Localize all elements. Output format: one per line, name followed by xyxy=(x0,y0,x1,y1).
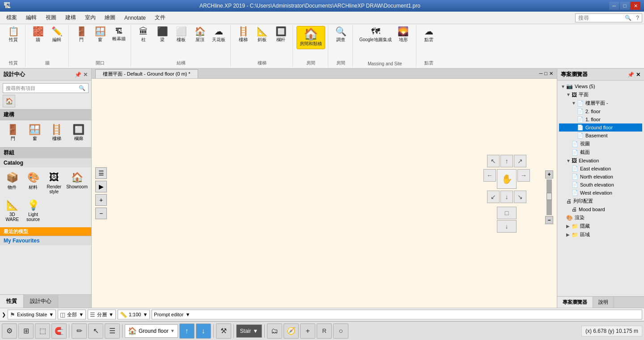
tab-properties[interactable]: 性質 xyxy=(0,295,24,308)
zoom-out-btn[interactable]: − xyxy=(95,208,107,219)
nav-up-right-btn[interactable]: ↗ xyxy=(514,155,526,167)
nav-extra2-btn[interactable]: ↓ xyxy=(497,220,517,233)
toolbar-google-btn[interactable]: 🗺 Google地圖集成 xyxy=(357,26,393,44)
snap-btn[interactable]: 🧲 xyxy=(51,323,67,339)
tree-print[interactable]: 🖨 列印配置 xyxy=(559,197,642,205)
expand-btn[interactable]: ▶ xyxy=(95,181,107,192)
tree-basement[interactable]: 📄 Basement xyxy=(559,132,642,140)
floor-dropdown[interactable]: 🏠 Ground floor ▼ xyxy=(125,324,178,338)
state-dropdown[interactable]: ⚑ Existing State ▼ xyxy=(8,310,56,319)
tree-render[interactable]: 🎨 渲染 xyxy=(559,213,642,222)
zoom-in-btn[interactable]: + xyxy=(95,194,107,206)
canvas-max-btn[interactable]: □ xyxy=(544,71,547,76)
toolbar-roof-btn[interactable]: 🏠 屋頂 xyxy=(191,26,209,44)
orient-btn[interactable]: 🧭 xyxy=(284,323,299,339)
toolbar-terrain-btn[interactable]: 🌄 地形 xyxy=(394,26,412,44)
select-btn[interactable]: ↖ xyxy=(88,323,103,339)
menu-annotate[interactable]: Annotate xyxy=(120,13,150,23)
up-btn[interactable]: ↑ xyxy=(179,323,195,339)
nav-left-btn[interactable]: ← xyxy=(483,169,496,182)
minimize-button[interactable]: ─ xyxy=(609,2,619,10)
menu-build[interactable]: 建構 xyxy=(61,12,80,23)
scale-dropdown[interactable]: 📏 1:100 ▼ xyxy=(118,310,150,319)
nav-up-left-btn[interactable]: ↖ xyxy=(487,155,500,167)
design-window[interactable]: 🪟 窗 xyxy=(25,123,45,144)
settings-btn[interactable]: ⚙ xyxy=(2,323,17,339)
menu-document[interactable]: 文件 xyxy=(150,12,170,23)
search-input[interactable] xyxy=(6,85,79,91)
explorer-tab-help[interactable]: 說明 xyxy=(593,297,614,308)
frame-btn[interactable]: ⬚ xyxy=(35,323,50,339)
tree-moodboard[interactable]: 🖨 Mood board xyxy=(559,205,642,213)
nav-right-btn[interactable]: → xyxy=(517,169,530,182)
pin-explorer-icon[interactable]: 📌 xyxy=(627,72,634,78)
search-box[interactable]: 🔍 xyxy=(3,83,89,93)
maximize-button[interactable]: □ xyxy=(620,2,630,10)
ref-btn[interactable]: R xyxy=(317,323,332,339)
canvas-close-btn[interactable]: ✕ xyxy=(549,71,553,76)
circle-btn[interactable]: ○ xyxy=(333,323,348,339)
toolbar-beam-btn[interactable]: ⬛ 梁 xyxy=(153,26,171,44)
tab-design-center[interactable]: 設計中心 xyxy=(24,295,58,308)
catalog-light[interactable]: 💡 Light source xyxy=(24,198,43,224)
toolbar-curtain-btn[interactable]: 🏗 帷幕牆 xyxy=(110,27,128,43)
tree-south[interactable]: 📄 South elevation xyxy=(559,181,642,189)
toolbar-pointcloud-btn[interactable]: ☁ 點雲 xyxy=(420,26,438,44)
zoom-out-slider-btn[interactable]: − xyxy=(545,216,553,224)
menu-search-input[interactable] xyxy=(578,15,623,21)
tree-floor-plan[interactable]: ▼ 🖼 平面 xyxy=(559,90,642,99)
toolbar-railing-btn[interactable]: 🔲 欄杆 xyxy=(272,26,290,44)
design-door[interactable]: 🚪 門 xyxy=(3,123,23,144)
catalog-render[interactable]: 🖼 Render style xyxy=(44,170,64,196)
nav-down-left-btn[interactable]: ↙ xyxy=(487,191,500,203)
catalog-showroom[interactable]: 🏠 Showroom xyxy=(65,170,89,196)
tree-hidden[interactable]: ▶ 📁 隱藏 xyxy=(559,222,642,230)
canvas-content[interactable]: ☰ ▶ + − ↖ ↑ ↗ ← ✋ → ↙ ↓ xyxy=(92,79,557,308)
toolbar-properties-btn[interactable]: 📋 性質 xyxy=(4,26,22,44)
toolbar-slab-btn[interactable]: ⬜ 樓板 xyxy=(172,26,190,44)
catalog-object[interactable]: 📦 物件 xyxy=(3,170,22,196)
cross-btn[interactable]: + xyxy=(300,323,315,339)
toolbar-ramp-btn[interactable]: 📐 斜板 xyxy=(253,26,271,44)
stair-dropdown[interactable]: Stair ▼ xyxy=(236,324,263,338)
catalog-material[interactable]: 🎨 材料 xyxy=(24,170,43,196)
list-btn[interactable]: ☰ xyxy=(105,323,120,339)
menu-search-box[interactable]: 🔍 ? xyxy=(575,13,642,22)
design-stair[interactable]: 🪜 樓梯 xyxy=(47,123,67,144)
zoom-thumb[interactable] xyxy=(547,193,552,200)
nav-center-btn[interactable]: ✋ xyxy=(497,169,517,189)
home-button[interactable]: 🏠 xyxy=(3,95,15,107)
toolbar-survey-btn[interactable]: 🔍 調查 xyxy=(332,26,350,44)
nav-extra-btn[interactable]: □ xyxy=(497,207,517,219)
canvas-min-btn[interactable]: ─ xyxy=(539,71,543,76)
menu-file[interactable]: 檔案 xyxy=(2,12,21,23)
tools-btn[interactable]: ⚒ xyxy=(216,323,231,339)
menu-interior[interactable]: 室內 xyxy=(80,12,100,23)
tree-west[interactable]: 📄 West elevation xyxy=(559,189,642,197)
tree-elevation[interactable]: ▼ 🖼 Elevation xyxy=(559,157,642,165)
toolbar-stair-btn[interactable]: 🪜 樓梯 xyxy=(234,26,252,44)
tree-views[interactable]: ▼ 📷 Views (5) xyxy=(559,82,642,90)
tree-section[interactable]: 📄 截面 xyxy=(559,148,642,157)
grid-btn[interactable]: ⊞ xyxy=(18,323,34,339)
pin-icon[interactable]: 📌 xyxy=(75,72,81,78)
toolbar-ceiling-btn[interactable]: ☁ 天花板 xyxy=(210,26,228,44)
close-explorer-icon[interactable]: ✕ xyxy=(636,72,640,78)
zoom-in-slider-btn[interactable]: + xyxy=(545,170,553,178)
toolbar-wall-btn[interactable]: 🧱 牆 xyxy=(29,26,47,44)
layer-dropdown[interactable]: ☰ 分層 ▼ xyxy=(88,310,116,319)
nav-down-right-btn[interactable]: ↘ xyxy=(514,191,526,203)
prompt-editor[interactable]: Prompt editor ▼ xyxy=(152,310,642,319)
menu-draw[interactable]: 繪圖 xyxy=(100,12,120,23)
tree-north[interactable]: 📄 North elevation xyxy=(559,173,642,181)
tree-floor-level[interactable]: ▼ 📄 樓層平面 - xyxy=(559,99,642,107)
toolbar-column-btn[interactable]: 🏛 柱 xyxy=(135,26,153,44)
tree-east[interactable]: 📄 East elevation xyxy=(559,165,642,173)
down-btn[interactable]: ↓ xyxy=(196,323,211,339)
toggle-list-btn[interactable]: ☰ xyxy=(95,167,107,179)
nav-down-btn[interactable]: ↓ xyxy=(500,191,513,203)
draw-btn[interactable]: ✏ xyxy=(72,323,87,339)
all-dropdown[interactable]: ◫ 全部 ▼ xyxy=(58,310,86,319)
toolbar-edit-btn[interactable]: ✏️ 編輯 xyxy=(48,26,66,44)
close-panel-icon[interactable]: ✕ xyxy=(83,72,88,78)
